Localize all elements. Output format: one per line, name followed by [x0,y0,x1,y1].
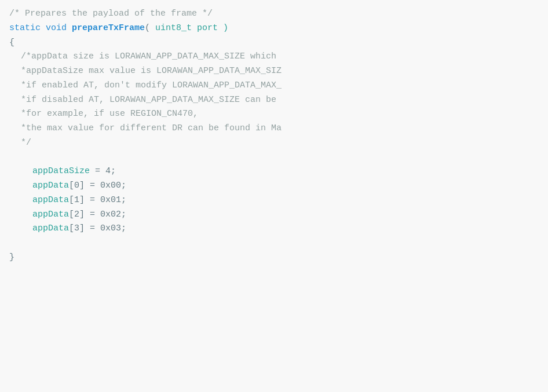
code-line: */ [9,136,539,151]
code-token: 0x03 [100,224,121,233]
code-line: *the max value for different DR can be f… [9,122,539,136]
code-line [9,151,539,165]
code-container: /* Prepares the payload of the frame */s… [0,0,548,392]
code-token: [ [69,224,74,233]
code-token: ] = [79,210,100,219]
code-token: ] = [79,195,100,205]
code-token: appData [32,181,69,190]
code-token: { [9,38,14,47]
code-token: = [90,166,105,176]
code-token: static [9,23,46,33]
code-token: 3 [74,224,79,233]
code-token: *appDataSize max value is LORAWAN_APP_DA… [21,66,282,76]
code-token: 1 [74,195,79,205]
code-token: ; [121,210,126,219]
code-token: ; [121,181,126,190]
code-token: /* Prepares the payload of the frame */ [9,9,213,19]
code-token: prepareTxFrame [72,23,145,33]
code-token: *if enabled AT, don't modify LORAWAN_APP… [21,80,282,90]
code-token: } [9,252,14,262]
code-token: *the max value for different DR can be f… [21,123,282,133]
code-token: ] = [79,224,100,233]
code-line: *if disabled AT, LORAWAN_APP_DATA_MAX_SI… [9,93,539,108]
code-line: /* Prepares the payload of the frame */ [9,7,539,21]
code-token: 0x01 [100,195,121,205]
code-token: 2 [74,210,79,219]
code-token: appDataSize [32,166,90,176]
code-token: appData [32,210,69,219]
code-token: [ [69,210,74,219]
code-token: [ [69,195,74,205]
code-token: */ [21,138,31,148]
code-line: static void prepareTxFrame( uint8_t port… [9,21,539,36]
code-line: *for example, if use REGION_CN470, [9,107,539,122]
code-token: 0x02 [100,210,121,219]
code-token: ( [145,23,155,33]
code-line: appData[1] = 0x01; [9,193,539,208]
code-token: 0x00 [100,181,121,190]
code-token: void [46,23,72,33]
code-line: *if enabled AT, don't modify LORAWAN_APP… [9,79,539,93]
code-token: ; [111,166,116,176]
code-token: ; [121,195,126,205]
code-line [9,236,539,251]
code-line: { [9,36,539,50]
code-token: ; [121,224,126,233]
code-token: appData [32,195,69,205]
code-token: 4 [105,166,111,176]
code-token: 0 [74,181,79,190]
code-line: appData[3] = 0x03; [9,222,539,236]
code-token: port ) [192,23,228,33]
code-token: *for example, if use REGION_CN470, [21,109,198,119]
code-line: } [9,251,539,265]
code-token: [ [69,181,74,190]
code-token: *if disabled AT, LORAWAN_APP_DATA_MAX_SI… [21,95,282,105]
code-line: *appDataSize max value is LORAWAN_APP_DA… [9,64,539,79]
code-line: appData[2] = 0x02; [9,208,539,222]
code-line: /*appData size is LORAWAN_APP_DATA_MAX_S… [9,50,539,64]
code-token: uint8_t [155,23,192,33]
code-token: /*appData size is LORAWAN_APP_DATA_MAX_S… [21,52,276,61]
code-token: ] = [79,181,100,190]
code-line: appDataSize = 4; [9,164,539,179]
code-line: appData[0] = 0x00; [9,179,539,193]
code-token: appData [32,224,69,233]
